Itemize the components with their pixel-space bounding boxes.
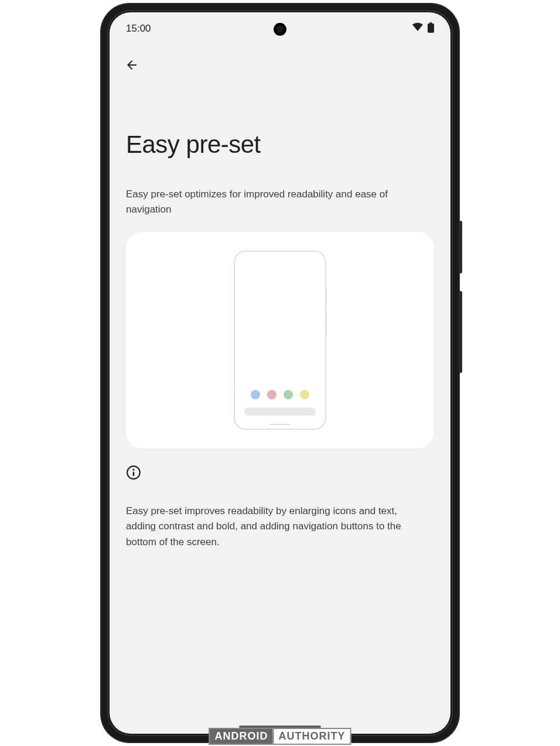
svg-rect-7 — [133, 471, 135, 476]
preview-side-button-2 — [325, 310, 327, 335]
wifi-icon — [412, 23, 423, 35]
screen: 15:00 — [110, 12, 450, 734]
preview-dot-yellow — [300, 390, 309, 399]
watermark: ANDROID AUTHORITY — [209, 728, 351, 745]
power-button — [459, 221, 462, 273]
svg-rect-3 — [430, 22, 432, 23]
info-icon-row — [126, 465, 434, 482]
phone-frame: 15:00 — [101, 4, 459, 742]
preview-side-button-1 — [325, 288, 327, 304]
svg-point-1 — [420, 30, 421, 32]
volume-button — [459, 291, 462, 373]
svg-rect-2 — [420, 28, 421, 30]
preview-dot-blue — [251, 390, 260, 399]
preview-home-indicator — [269, 424, 291, 425]
svg-rect-4 — [428, 23, 434, 33]
arrow-back-icon — [125, 58, 139, 72]
page-title: Easy pre-set — [126, 131, 434, 159]
preview-dot-red — [267, 390, 276, 399]
page-subtitle: Easy pre-set optimizes for improved read… — [126, 187, 425, 217]
watermark-part-2: AUTHORITY — [273, 728, 351, 745]
preview-dot-green — [284, 390, 293, 399]
camera-hole — [274, 23, 286, 36]
status-time: 15:00 — [126, 23, 151, 35]
info-text: Easy pre-set improves readability by enl… — [126, 504, 419, 550]
preview-phone — [234, 251, 326, 430]
preview-search-bar — [244, 408, 316, 416]
content: Easy pre-set Easy pre-set optimizes for … — [110, 131, 450, 550]
status-icons — [412, 22, 434, 36]
preview-card — [126, 232, 434, 449]
svg-point-6 — [132, 469, 134, 471]
nav-row — [110, 45, 450, 74]
preview-app-dots — [235, 390, 325, 399]
info-icon — [126, 465, 141, 480]
watermark-part-1: ANDROID — [209, 728, 273, 745]
back-button[interactable] — [122, 56, 141, 74]
battery-icon — [428, 22, 434, 36]
